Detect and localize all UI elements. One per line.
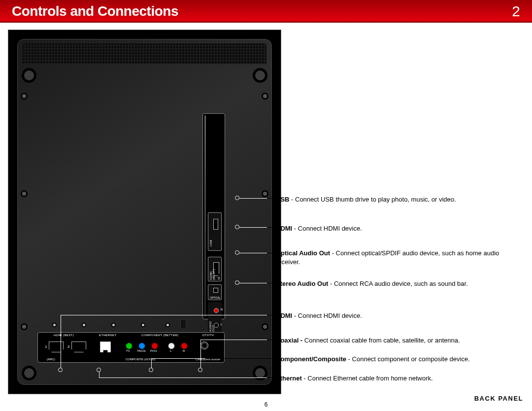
component-pr-jack bbox=[151, 342, 158, 349]
callout-text: Connect coaxial cable from cable, satell… bbox=[304, 337, 460, 344]
composite-label: COMPOSITE (GOOD) bbox=[126, 358, 155, 361]
component-pb-jack bbox=[138, 342, 145, 349]
comp-group-label: COMPONENT (BETTER) bbox=[141, 334, 178, 337]
leader-line bbox=[239, 198, 267, 199]
mini-screw-icon bbox=[141, 323, 145, 327]
screw-icon bbox=[21, 93, 28, 100]
leader-line bbox=[239, 253, 267, 253]
callout-label: Coaxial - bbox=[276, 337, 304, 344]
side-port-cluster: USB HDMI (BEST) 3 OPTICAL AUDIO OUT R L bbox=[202, 113, 225, 319]
ethernet-port bbox=[100, 342, 111, 352]
leader-dot-icon bbox=[198, 368, 202, 372]
callout-text: - Connect HDMI device. bbox=[292, 225, 362, 232]
callout-hdmi-bottom: HDMI - Connect HDMI device. bbox=[276, 311, 512, 320]
dtv-group-label: DTV/TV bbox=[202, 334, 214, 337]
hdmi2-num: 2 bbox=[67, 344, 69, 349]
mini-screw-icon bbox=[166, 323, 170, 327]
hdmi-group-label: HDMI (BEST) bbox=[54, 334, 74, 337]
usb-slot-icon bbox=[213, 219, 218, 230]
hdmi3-label: HDMI (BEST) bbox=[209, 268, 215, 280]
mini-screw-icon bbox=[82, 323, 86, 327]
mini-screw-icon bbox=[52, 323, 57, 327]
component-y-jack bbox=[126, 342, 133, 349]
screw-icon bbox=[262, 323, 268, 330]
leader-line bbox=[239, 227, 267, 228]
component-tv-label: TV bbox=[126, 349, 130, 352]
arc-label: (ARC) bbox=[47, 358, 55, 361]
leader-dot-icon bbox=[58, 368, 63, 372]
hdmi3-num: 3 bbox=[218, 276, 220, 280]
screw-icon bbox=[262, 93, 268, 100]
component-pb-label: Pb/Cb bbox=[137, 349, 146, 352]
usb-label: USB bbox=[209, 240, 212, 246]
leader-line bbox=[61, 315, 61, 368]
leader-line bbox=[200, 340, 201, 368]
mini-screw-icon bbox=[111, 323, 116, 327]
usb-port: USB bbox=[208, 212, 222, 251]
audio-out-label: AUDIO OUT bbox=[209, 319, 215, 332]
callout-text: - Connect RCA audio device, such as soun… bbox=[328, 280, 467, 287]
rca-red-icon bbox=[214, 308, 219, 313]
callout-optical: Optical Audio Out - Connect optical/SPDI… bbox=[276, 249, 512, 266]
hdmi2-port bbox=[71, 342, 86, 352]
callout-label: USB bbox=[276, 196, 289, 203]
leader-dot-icon bbox=[235, 225, 239, 229]
leader-line bbox=[61, 315, 267, 315]
callout-label: Optical Audio Out bbox=[276, 249, 330, 257]
page-number: 6 bbox=[0, 401, 532, 408]
leader-line bbox=[151, 358, 152, 368]
leader-dot-icon bbox=[235, 280, 239, 285]
leader-line bbox=[200, 340, 267, 340]
callout-label: HDMI bbox=[276, 312, 292, 319]
standoff bbox=[180, 319, 186, 329]
audio-l: L bbox=[221, 323, 222, 326]
audio-r: R bbox=[221, 308, 223, 311]
tv-inner-plate: USB HDMI (BEST) 3 OPTICAL AUDIO OUT R L bbox=[17, 39, 272, 385]
stereo-audio-port: AUDIO OUT R L bbox=[208, 302, 222, 337]
callout-text: - Connect component or composite device. bbox=[346, 355, 470, 363]
page-body: USB HDMI (BEST) 3 OPTICAL AUDIO OUT R L bbox=[0, 23, 532, 411]
leader-dot-icon bbox=[235, 196, 239, 200]
audio-r-jack bbox=[181, 342, 188, 349]
chapter-header: Controls and Connections 2 bbox=[0, 0, 532, 23]
callout-label: Stereo Audio Out bbox=[276, 280, 328, 287]
callout-text: - Connect USB thumb drive to play photo,… bbox=[289, 196, 456, 203]
hdmi1-num: 1 bbox=[45, 344, 47, 349]
corner-boss bbox=[253, 366, 267, 380]
component-pr-label: Pr/Cr bbox=[150, 349, 157, 352]
leader-line bbox=[239, 283, 267, 283]
leader-line bbox=[99, 372, 100, 377]
leader-dot-icon bbox=[149, 368, 153, 372]
eth-group-label: ETHERNET bbox=[99, 334, 117, 337]
callout-text: - Connect Ethernet cable from home netwo… bbox=[302, 375, 433, 382]
audio-l-jack bbox=[168, 342, 175, 349]
leader-line bbox=[99, 377, 267, 378]
callout-stereo: Stereo Audio Out - Connect RCA audio dev… bbox=[276, 279, 512, 288]
callout-usb: USB - Connect USB thumb drive to play ph… bbox=[276, 195, 512, 204]
callout-label: Component/Composite bbox=[276, 355, 346, 363]
chapter-title: Controls and Connections bbox=[12, 3, 178, 19]
speaker-grille bbox=[23, 43, 266, 64]
callout-coax: Coaxial - Connect coaxial cable from cab… bbox=[276, 336, 522, 345]
coax-port bbox=[200, 342, 208, 349]
callout-component: Component/Composite - Connect component … bbox=[276, 355, 522, 364]
callout-label: Ethernet bbox=[276, 375, 302, 382]
screw-icon bbox=[262, 190, 268, 197]
optical-label: OPTICAL bbox=[210, 296, 220, 299]
screw-icon bbox=[21, 323, 28, 330]
audio-r-label: R bbox=[183, 349, 185, 352]
audio-l-label: L bbox=[170, 349, 171, 352]
leader-dot-icon bbox=[235, 250, 239, 255]
callout-ethernet: Ethernet - Connect Ethernet cable from h… bbox=[276, 374, 512, 383]
corner-boss bbox=[22, 366, 36, 380]
hdmi3-port: HDMI (BEST) 3 bbox=[208, 257, 222, 281]
chapter-number: 2 bbox=[512, 3, 520, 20]
optical-slot-icon bbox=[213, 288, 218, 293]
corner-boss bbox=[253, 68, 267, 83]
callout-label: HDMI bbox=[276, 225, 292, 232]
callout-text: - Connect HDMI device. bbox=[292, 312, 362, 319]
hdmi1-port bbox=[49, 342, 64, 352]
corner-boss bbox=[22, 68, 36, 83]
optical-port: OPTICAL bbox=[208, 284, 222, 300]
screw-icon bbox=[21, 190, 28, 197]
